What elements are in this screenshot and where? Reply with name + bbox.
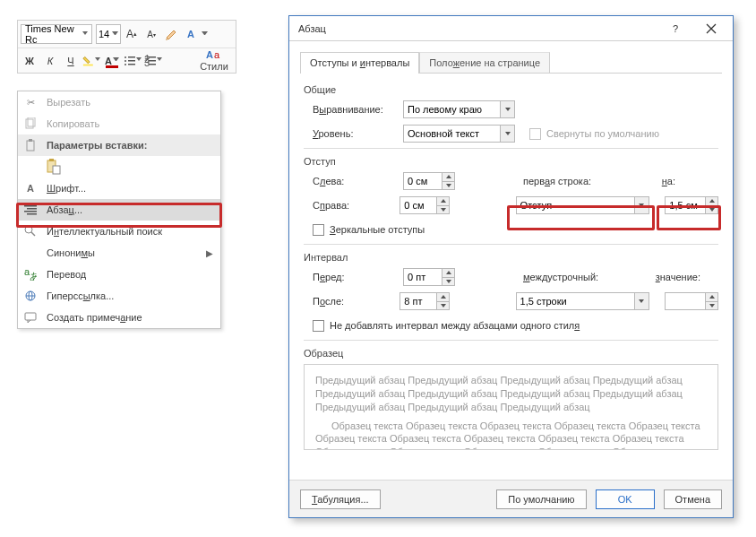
svg-rect-25 xyxy=(27,213,37,215)
svg-rect-0 xyxy=(83,64,93,65)
help-button[interactable]: ? xyxy=(657,17,693,40)
font-size-combo[interactable]: 14 xyxy=(96,24,121,44)
group-general: Общие xyxy=(304,84,718,95)
copy-icon xyxy=(21,115,39,133)
italic-button[interactable]: К xyxy=(41,52,59,70)
dialog-footer: Табуляция... По умолчанию OK Отмена xyxy=(289,480,733,517)
menu-new-comment[interactable]: Создать примечание xyxy=(18,307,220,328)
paste-icon xyxy=(45,158,63,176)
ok-button[interactable]: OK xyxy=(596,489,655,509)
font-icon: A xyxy=(21,179,39,197)
font-name-combo[interactable]: Times New Rc xyxy=(21,24,92,44)
group-preview: Образец xyxy=(304,348,718,359)
menu-synonyms[interactable]: Синонимы ▶ xyxy=(18,242,220,264)
menu-cut[interactable]: ✂ Вырезать xyxy=(18,91,220,113)
ribbon-font-group: Times New Rc 14 A▴ A▾ A Ж К Ч A xyxy=(17,20,236,74)
indent-right-spin[interactable]: 0 см xyxy=(399,196,450,214)
menu-smart-lookup[interactable]: Интеллектуальный поиск xyxy=(18,221,220,242)
svg-text:a: a xyxy=(214,49,220,60)
clear-formatting-icon[interactable] xyxy=(162,25,180,43)
level-label: Уровень: xyxy=(313,128,398,139)
chevron-down-icon xyxy=(95,57,100,64)
default-button[interactable]: По умолчанию xyxy=(496,489,586,509)
left-label: Слева: xyxy=(313,176,398,186)
by-label: на: xyxy=(662,176,675,186)
paragraph-icon xyxy=(21,201,39,219)
after-label: После: xyxy=(313,296,394,307)
svg-rect-22 xyxy=(24,205,37,207)
mirror-checkbox[interactable] xyxy=(313,224,324,236)
tabs-button[interactable]: Табуляция... xyxy=(300,489,381,509)
preview-sample-para: Образец текста Образец текста Образец те… xyxy=(315,420,707,450)
group-indent: Отступ xyxy=(304,156,718,167)
highlight-color-button[interactable] xyxy=(82,52,100,70)
menu-paste-option[interactable] xyxy=(18,156,220,178)
comment-icon xyxy=(21,308,39,326)
cancel-button[interactable]: Отмена xyxy=(664,489,722,509)
svg-rect-20 xyxy=(49,159,54,161)
svg-point-3 xyxy=(125,60,126,62)
linespacing-combo[interactable]: 1,5 строки xyxy=(516,292,649,310)
styles-label[interactable]: Aa Стили xyxy=(195,49,233,72)
search-icon xyxy=(21,222,39,240)
context-menu: ✂ Вырезать Копировать Параметры вставки:… xyxy=(17,91,221,329)
svg-point-5 xyxy=(125,64,126,65)
text-effects-icon[interactable]: A xyxy=(182,25,200,43)
grow-font-icon[interactable]: A▴ xyxy=(123,25,141,43)
font-color-button[interactable]: A xyxy=(103,52,121,70)
chevron-right-icon: ▶ xyxy=(206,248,213,258)
close-button[interactable] xyxy=(693,17,729,40)
mirror-label: Зеркальные отступы xyxy=(330,224,425,235)
svg-text:あ: あ xyxy=(30,271,37,281)
chevron-down-icon xyxy=(634,197,649,213)
bullets-button[interactable] xyxy=(124,52,142,70)
level-combo[interactable]: Основной текст xyxy=(403,125,515,143)
link-icon xyxy=(21,287,39,305)
svg-rect-18 xyxy=(29,139,32,142)
svg-rect-21 xyxy=(53,166,60,174)
paragraph-dialog: Абзац ? Отступы и интервалы Положение на… xyxy=(288,15,734,518)
menu-hyperlink[interactable]: Гиперссылка... xyxy=(18,285,220,307)
chevron-down-icon xyxy=(157,57,162,64)
shrink-font-icon[interactable]: A▾ xyxy=(142,25,160,43)
underline-button[interactable]: Ч xyxy=(62,52,80,70)
menu-paragraph[interactable]: Абзац... xyxy=(18,199,220,221)
chevron-down-icon xyxy=(82,31,88,38)
firstline-combo[interactable]: Отступ xyxy=(516,196,649,214)
nosame-label: Не добавлять интервал между абзацами одн… xyxy=(330,320,580,331)
svg-text:A: A xyxy=(206,49,213,60)
menu-translate[interactable]: aあ Перевод xyxy=(18,264,220,285)
alignment-combo[interactable]: По левому краю xyxy=(403,100,515,118)
bold-button[interactable]: Ж xyxy=(21,52,39,70)
collapsed-checkbox xyxy=(529,128,541,140)
menu-copy[interactable]: Копировать xyxy=(18,113,220,134)
tab-line-page-breaks[interactable]: Положение на странице xyxy=(419,52,550,73)
right-label: Справа: xyxy=(313,200,394,211)
svg-line-27 xyxy=(31,232,35,236)
preview-box: Предыдущий абзац Предыдущий абзац Предыд… xyxy=(304,364,718,450)
after-spin[interactable]: 8 пт xyxy=(399,292,450,310)
svg-rect-2 xyxy=(128,56,135,58)
translate-icon: aあ xyxy=(21,265,39,283)
chevron-down-icon xyxy=(136,57,142,64)
by-spin[interactable]: 1,5 см xyxy=(665,196,718,214)
nosame-checkbox[interactable] xyxy=(313,320,324,332)
chevron-down-icon xyxy=(112,31,118,38)
linespacing-label: междустрочный: xyxy=(523,272,598,282)
tab-indents-spacing[interactable]: Отступы и интервалы xyxy=(300,52,419,73)
indent-left-spin[interactable]: 0 см xyxy=(403,172,455,190)
dialog-title: Абзац xyxy=(298,23,657,34)
before-spin[interactable]: 0 пт xyxy=(403,268,455,286)
svg-rect-4 xyxy=(128,60,135,62)
numbering-button[interactable]: 123 xyxy=(144,52,162,70)
chevron-down-icon[interactable] xyxy=(202,31,208,38)
svg-rect-10 xyxy=(149,60,156,62)
before-label: Перед: xyxy=(313,272,398,282)
scissors-icon: ✂ xyxy=(21,93,39,111)
blank-icon xyxy=(21,244,39,262)
clipboard-icon xyxy=(21,136,39,154)
firstline-label: первая строка: xyxy=(523,176,591,186)
menu-font[interactable]: A Шрифт... xyxy=(18,178,220,199)
chevron-down-icon xyxy=(500,101,514,117)
at-spin[interactable] xyxy=(665,292,718,310)
